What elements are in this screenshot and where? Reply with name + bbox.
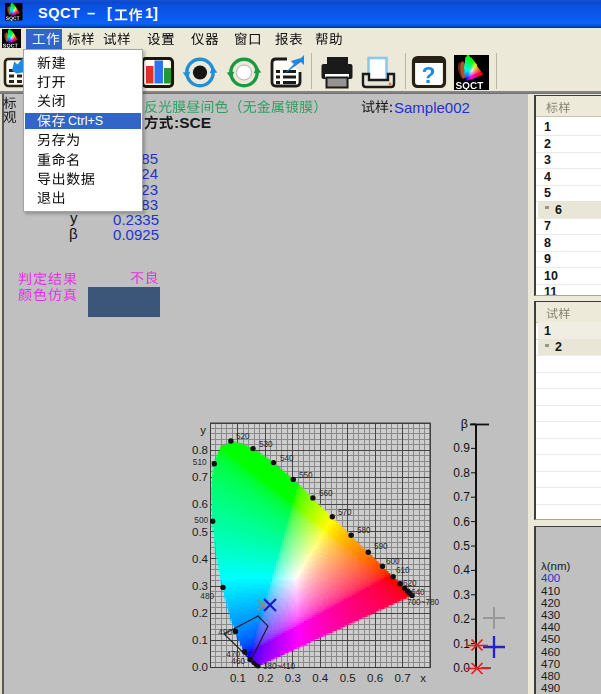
svg-text:0.5: 0.5 xyxy=(453,539,470,553)
svg-text:0.9: 0.9 xyxy=(453,441,470,455)
svg-text:540: 540 xyxy=(280,454,294,463)
svg-text:640: 640 xyxy=(411,588,425,597)
svg-text:460: 460 xyxy=(231,657,245,666)
svg-text:570: 570 xyxy=(338,508,352,517)
svg-text:0.4: 0.4 xyxy=(192,553,209,565)
svg-text:510: 510 xyxy=(193,458,207,467)
svg-text:0.6: 0.6 xyxy=(453,515,470,529)
svg-text:520: 520 xyxy=(236,432,250,441)
svg-text:x: x xyxy=(420,672,426,684)
svg-text:0.2: 0.2 xyxy=(192,607,208,619)
svg-text:0.8: 0.8 xyxy=(192,444,208,456)
svg-text:0.3: 0.3 xyxy=(453,588,470,602)
svg-text:0.4: 0.4 xyxy=(312,672,329,684)
svg-text:y: y xyxy=(200,424,206,436)
svg-text:580: 580 xyxy=(357,526,371,535)
svg-text:700~780: 700~780 xyxy=(407,598,440,607)
svg-text:610: 610 xyxy=(396,566,410,575)
svg-text:0.5: 0.5 xyxy=(340,672,356,684)
svg-text:600: 600 xyxy=(386,557,400,566)
svg-text:0.8: 0.8 xyxy=(453,466,470,480)
svg-text:0.3: 0.3 xyxy=(192,580,208,592)
svg-text:0.7: 0.7 xyxy=(395,672,411,684)
svg-text:0.1: 0.1 xyxy=(230,672,246,684)
svg-text:530: 530 xyxy=(259,440,273,449)
svg-text:0.6: 0.6 xyxy=(192,498,208,510)
svg-text:560: 560 xyxy=(319,489,333,498)
svg-text:0.2: 0.2 xyxy=(453,612,470,626)
svg-text:0.1: 0.1 xyxy=(453,637,470,651)
svg-text:0.7: 0.7 xyxy=(192,471,208,483)
svg-text:550: 550 xyxy=(299,471,313,480)
svg-text:380~410: 380~410 xyxy=(263,662,296,671)
svg-text:0.4: 0.4 xyxy=(453,563,470,577)
svg-text:0.5: 0.5 xyxy=(192,526,208,538)
svg-text:0.1: 0.1 xyxy=(192,634,208,646)
svg-text:0.0: 0.0 xyxy=(192,661,208,673)
svg-text:β: β xyxy=(461,417,468,431)
svg-text:590: 590 xyxy=(374,542,388,551)
svg-text:0.2: 0.2 xyxy=(257,672,273,684)
svg-text:500: 500 xyxy=(194,516,208,525)
svg-text:0.6: 0.6 xyxy=(367,672,383,684)
svg-text:0.3: 0.3 xyxy=(285,672,301,684)
svg-text:490: 490 xyxy=(218,628,232,637)
svg-text:0.7: 0.7 xyxy=(453,490,470,504)
svg-text:480: 480 xyxy=(200,592,214,601)
